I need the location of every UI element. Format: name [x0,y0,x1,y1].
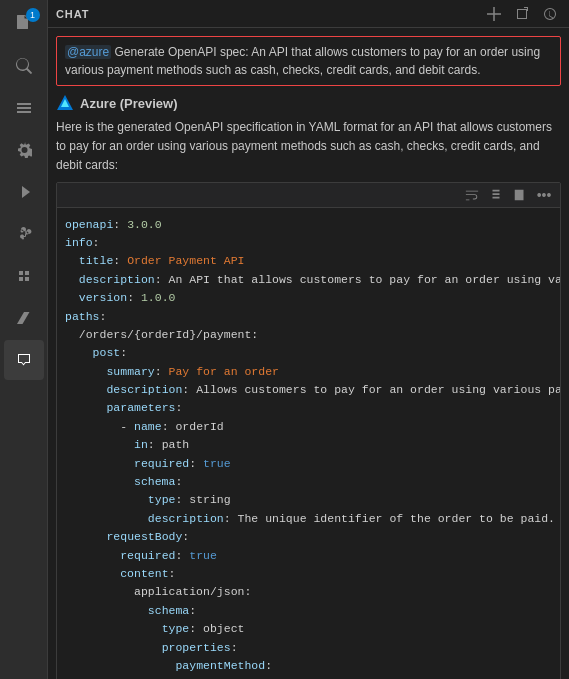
ai-provider-header: Azure (Preview) [56,94,561,112]
panel-title: CHAT [56,8,89,20]
notification-badge: 1 [26,8,40,22]
code-block-container: ••• openapi: 3.0.0 info: title: Order Pa… [56,182,561,679]
azure-logo-icon [56,94,74,112]
open-editor-button[interactable] [511,3,533,25]
user-message: @azure Generate OpenAPI spec: An API tha… [56,36,561,86]
prompt-text: Generate OpenAPI spec: An API that allow… [65,45,540,77]
more-options-button[interactable]: ••• [534,185,554,205]
chat-messages[interactable]: @azure Generate OpenAPI spec: An API tha… [48,28,569,679]
settings-icon[interactable] [4,130,44,170]
chat-icon[interactable] [4,340,44,380]
copy-button[interactable] [510,185,530,205]
code-toolbar: ••• [57,183,560,208]
search-icon[interactable] [4,46,44,86]
ai-message: Azure (Preview) Here is the generated Op… [56,94,561,679]
yaml-code-content: openapi: 3.0.0 info: title: Order Paymen… [57,208,560,679]
history-button[interactable] [539,3,561,25]
panel-header: CHAT [48,0,569,28]
extensions-icon[interactable] [4,88,44,128]
run-debug-icon[interactable] [4,172,44,212]
header-actions [483,3,561,25]
wrap-code-button[interactable] [462,185,482,205]
testing-icon[interactable] [4,298,44,338]
add-chat-button[interactable] [483,3,505,25]
ai-intro-text: Here is the generated OpenAPI specificat… [56,118,561,176]
ai-provider-name: Azure (Preview) [80,96,178,111]
main-panel: CHAT @azure Generate Op [48,0,569,679]
sidebar: 1 [0,0,48,679]
extensions-marketplace-icon[interactable] [4,256,44,296]
compare-button[interactable] [486,185,506,205]
explorer-icon[interactable]: 1 [4,4,44,44]
source-control-icon[interactable] [4,214,44,254]
at-mention: @azure [65,45,111,59]
